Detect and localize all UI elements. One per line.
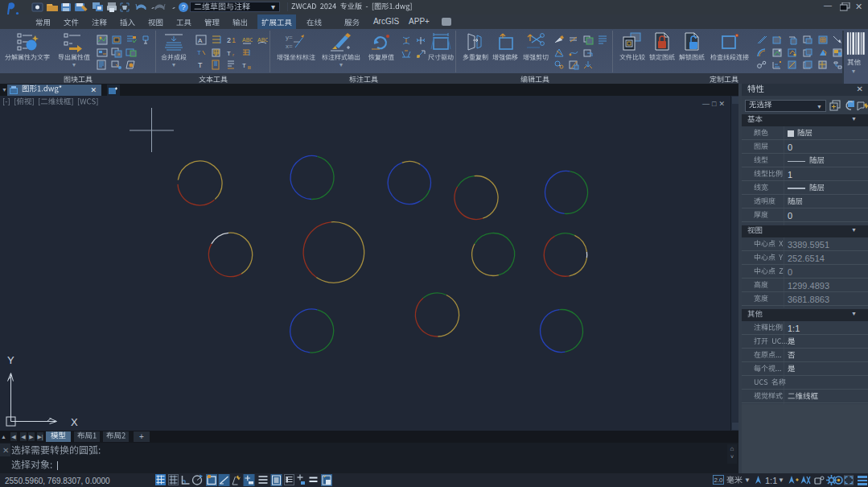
svg-text:x=: x= (286, 43, 293, 50)
svg-text:?: ? (181, 3, 185, 11)
svg-text:T: T (227, 50, 231, 57)
svg-text:y=: y= (286, 34, 293, 41)
svg-text:T: T (197, 49, 201, 56)
svg-text:T: T (198, 61, 203, 69)
svg-text:2: 2 (227, 36, 231, 44)
svg-text:T: T (242, 62, 246, 69)
svg-text:Y: Y (7, 354, 14, 366)
svg-text:1: 1 (232, 36, 236, 44)
svg-text:A: A (198, 37, 203, 44)
svg-text:ABC: ABC (242, 37, 253, 43)
svg-text:r: r (232, 52, 234, 57)
svg-text:X: X (71, 416, 78, 428)
